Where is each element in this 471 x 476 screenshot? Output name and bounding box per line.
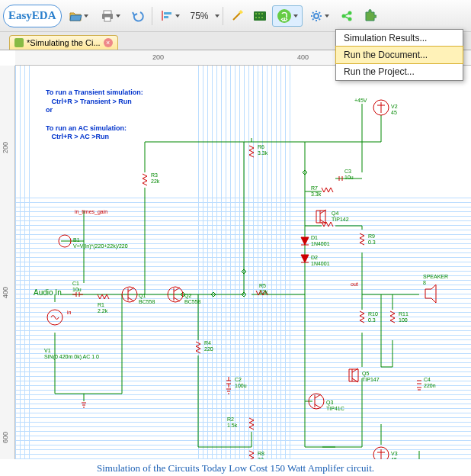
svg-line-20 <box>345 14 348 15</box>
tab-document[interactable]: *Simulating the Ci... × <box>9 35 118 50</box>
comp-label: C3 10u <box>344 169 354 180</box>
net-label: in <box>67 310 71 315</box>
svg-rect-4 <box>164 16 168 18</box>
svg-rect-8 <box>254 11 266 21</box>
svg-point-22 <box>122 287 137 302</box>
comp-label: R11 100 <box>399 311 409 323</box>
ruler-tick: 600 <box>2 432 9 443</box>
comp-label: R3 22k <box>151 172 159 184</box>
comp-label: B1 V=V(in)*(220+22k)/220 <box>73 237 128 249</box>
canvas-area: 200 400 200 400 600 To run a Transient s… <box>0 50 471 459</box>
svg-point-12 <box>255 17 257 18</box>
svg-point-10 <box>258 13 260 14</box>
toolbar: EasyEDA 75% <box>0 0 471 32</box>
tab-title: *Simulating the Ci... <box>27 38 101 47</box>
wand-icon <box>230 9 244 23</box>
comp-label: V1 SIN(0 420m 0k) AC 1 0 <box>44 348 99 359</box>
comp-label: Q1 BC558 <box>139 293 155 304</box>
printer-icon <box>101 9 114 23</box>
svg-point-17 <box>341 14 345 18</box>
puzzle-button[interactable] <box>359 5 380 27</box>
schematic[interactable]: To run a Transient simulation: Ctrl+R > … <box>15 66 471 459</box>
tab-close-button[interactable]: × <box>104 38 113 47</box>
open-button[interactable] <box>63 5 94 27</box>
svg-point-23 <box>168 287 183 302</box>
comp-label: C4 220n <box>424 377 436 388</box>
share-button[interactable] <box>336 5 357 27</box>
ruler-vertical: 200 400 600 <box>0 66 15 459</box>
comp-label: Q4 TIP142 <box>332 211 349 222</box>
svg-point-19 <box>348 17 351 21</box>
note-transient: To run a Transient simulation: Ctrl+R > … <box>46 88 143 142</box>
comp-label: R7 3.3k <box>311 185 321 197</box>
ruler-tick: 400 <box>2 287 9 298</box>
svg-line-21 <box>345 17 348 18</box>
gear-icon <box>309 9 323 23</box>
tab-icon <box>14 38 24 47</box>
svg-point-24 <box>309 394 324 409</box>
svg-point-13 <box>258 17 260 18</box>
comp-label: +45V <box>354 98 367 104</box>
share-icon <box>340 9 354 23</box>
zoom-dropdown-icon[interactable] <box>215 14 219 18</box>
svg-point-14 <box>261 17 263 18</box>
comp-label: SPEAKER 8 <box>423 274 448 285</box>
comp-label: Q3 TIP41C <box>326 400 344 411</box>
svg-point-18 <box>348 11 351 14</box>
menu-run-project[interactable]: Run the Project... <box>336 63 463 80</box>
comp-label: R2 1.5k <box>227 416 237 428</box>
comp-label: D1 1N4001 <box>311 235 330 246</box>
comp-label: R1 2.2k <box>98 302 107 314</box>
svg-point-11 <box>261 13 263 14</box>
caption: Simulation of the Circuits Today Low Cos… <box>0 462 471 474</box>
comp-label: R8 33 <box>258 451 264 459</box>
comp-label: C1 10u <box>72 281 82 292</box>
ruler-tick: 400 <box>297 53 309 61</box>
svg-point-26 <box>59 235 71 247</box>
comp-label: V3 45 <box>391 451 398 459</box>
pcb-icon <box>252 9 268 23</box>
comp-label: Q2 BC558 <box>184 293 200 304</box>
net-label: in_times_gain <box>75 209 107 214</box>
logo[interactable]: EasyEDA <box>3 5 62 27</box>
label-audio-in: Audio In <box>34 288 62 297</box>
undo-button[interactable] <box>127 5 149 27</box>
align-button[interactable] <box>155 5 186 27</box>
print-button[interactable] <box>95 5 126 27</box>
comp-label: R4 220 <box>204 340 213 352</box>
ruler-tick: 200 <box>152 53 164 61</box>
svg-point-28 <box>373 447 389 459</box>
menu-simulation-results[interactable]: Simulation Results... <box>336 30 463 47</box>
svg-rect-3 <box>164 12 171 14</box>
svg-point-25 <box>47 310 62 325</box>
ruler-tick: 200 <box>2 142 9 153</box>
svg-point-9 <box>255 13 257 14</box>
comp-label: R5 22k <box>259 283 268 294</box>
folder-icon <box>69 9 82 23</box>
svg-point-16 <box>314 14 319 18</box>
comp-label: V2 45 <box>391 104 398 115</box>
comp-label: D2 1N4001 <box>311 255 330 266</box>
pcb-button[interactable] <box>249 5 271 27</box>
run-dropdown-menu: Simulation Results... Run the Document..… <box>335 29 463 81</box>
svg-rect-2 <box>104 17 111 21</box>
net-label: out <box>351 281 358 287</box>
svg-point-27 <box>373 100 389 115</box>
comp-label: R9 0.3 <box>368 233 376 245</box>
menu-run-document[interactable]: Run the Document... <box>335 46 463 64</box>
comp-label: R10 0.3 <box>368 311 378 323</box>
wand-button[interactable] <box>226 5 248 27</box>
run-icon <box>277 8 292 24</box>
puzzle-icon <box>363 9 376 23</box>
zoom-level[interactable]: 75% <box>187 11 212 21</box>
comp-label: C2 100u <box>235 377 247 388</box>
settings-button[interactable] <box>304 5 335 27</box>
comp-label: R6 3.3k <box>258 144 268 156</box>
align-icon <box>162 10 174 22</box>
comp-label: Q5 TIP147 <box>362 371 380 382</box>
svg-line-6 <box>233 13 240 20</box>
undo-icon <box>131 9 145 23</box>
run-button[interactable] <box>272 5 303 27</box>
logo-text: EasyEDA <box>8 9 56 22</box>
